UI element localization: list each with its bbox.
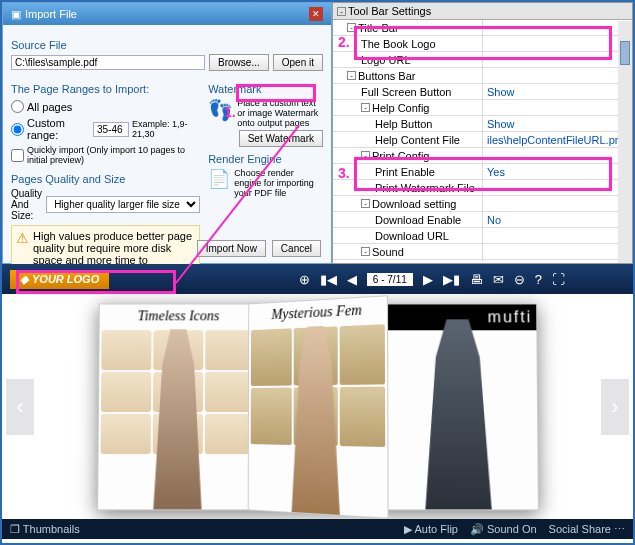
tree-label: Help Button <box>333 116 483 131</box>
tree-row[interactable]: -Title Bar <box>333 20 632 36</box>
set-watermark-button[interactable]: Set Watermark <box>239 130 323 147</box>
close-icon[interactable]: ✕ <box>309 7 323 21</box>
tree-value[interactable] <box>483 36 632 51</box>
tree-row[interactable]: Enable SoundEnable <box>333 260 632 262</box>
tree-value[interactable] <box>483 20 632 35</box>
browse-button[interactable]: Browse... <box>209 54 269 71</box>
tree-label: -Buttons Bar <box>333 68 483 83</box>
tree-value[interactable]: Enable <box>483 260 632 262</box>
file-icon: ▣ <box>11 8 21 21</box>
fullscreen-icon[interactable]: ⛶ <box>552 272 565 287</box>
watermark-label: Watermark <box>208 83 323 95</box>
toggle-icon[interactable]: - <box>361 151 370 160</box>
tree-value[interactable] <box>483 68 632 83</box>
sound-button[interactable]: 🔊 Sound On <box>470 523 537 536</box>
tree-label: Print Watermark File <box>333 180 483 195</box>
flipbook-page-left[interactable]: Timeless Icons <box>97 303 258 510</box>
tree-row[interactable]: Help ButtonShow <box>333 116 632 132</box>
toggle-icon[interactable]: - <box>361 199 370 208</box>
source-file-input[interactable] <box>11 55 205 70</box>
tree-value[interactable] <box>483 148 632 163</box>
quickly-import-checkbox[interactable]: Quickly import (Only import 10 pages to … <box>11 145 200 165</box>
tree-row[interactable]: Print Watermark File <box>333 180 632 196</box>
tree-label: Print Enable <box>333 164 483 179</box>
quality-section-label: Pages Quality and Size <box>11 173 200 185</box>
tree-value[interactable] <box>483 180 632 195</box>
tree-row[interactable]: -Buttons Bar <box>333 68 632 84</box>
page-ranges-label: The Page Ranges to Import: <box>11 83 200 95</box>
tree-row[interactable]: Download EnableNo <box>333 212 632 228</box>
tree-label: The Book Logo <box>333 36 483 51</box>
tree-label: -Download setting <box>333 196 483 211</box>
scrollbar-thumb[interactable] <box>620 41 630 65</box>
render-engine-icon[interactable]: 📄 <box>208 168 230 190</box>
tree-label: Full Screen Button <box>333 84 483 99</box>
tree-header[interactable]: - Tool Bar Settings <box>333 3 632 20</box>
vertical-scrollbar[interactable] <box>618 21 632 263</box>
tree-label: -Help Config <box>333 100 483 115</box>
social-share-button[interactable]: Social Share ⋯ <box>549 523 625 536</box>
toggle-icon[interactable]: - <box>347 71 356 80</box>
tree-row[interactable]: The Book Logo <box>333 36 632 52</box>
help-icon[interactable]: ? <box>535 272 542 287</box>
collapse-icon[interactable]: - <box>337 7 346 16</box>
tree-value[interactable] <box>483 244 632 259</box>
tree-value[interactable] <box>483 52 632 67</box>
import-now-button[interactable]: Import Now <box>197 240 266 257</box>
page-left-button[interactable]: ‹ <box>6 379 34 435</box>
tree-value[interactable]: Show <box>483 84 632 99</box>
print-icon[interactable]: 🖶 <box>470 272 483 287</box>
first-page-icon[interactable]: ▮◀ <box>320 272 337 287</box>
tree-label: Enable Sound <box>333 260 483 262</box>
tree-row[interactable]: Download URL <box>333 228 632 244</box>
tree-row[interactable]: -Sound <box>333 244 632 260</box>
logo-icon: ◆ <box>20 273 28 286</box>
open-it-button[interactable]: Open it <box>273 54 323 71</box>
tree-label: Download Enable <box>333 212 483 227</box>
all-pages-radio[interactable]: All pages <box>11 100 72 113</box>
tree-row[interactable]: Logo URL <box>333 52 632 68</box>
toggle-icon[interactable]: - <box>347 23 356 32</box>
import-file-dialog: ▣ Import File ✕ Source File Browse... Op… <box>2 2 332 264</box>
model-image <box>402 319 513 509</box>
tree-row[interactable]: -Help Config <box>333 100 632 116</box>
toggle-icon[interactable]: - <box>361 247 370 256</box>
tree-row[interactable]: Print EnableYes <box>333 164 632 180</box>
auto-flip-button[interactable]: ▶ Auto Flip <box>404 523 458 536</box>
viewer-toolbar: ◆ YOUR LOGO ⊕ ▮◀ ◀ 6 - 7/11 ▶ ▶▮ 🖶 ✉ ⊖ ?… <box>2 264 633 294</box>
tree-value[interactable]: Yes <box>483 164 632 179</box>
tree-row[interactable]: -Print Config <box>333 148 632 164</box>
toggle-icon[interactable]: - <box>361 103 370 112</box>
thumbnails-button[interactable]: ❐ Thumbnails <box>10 523 80 536</box>
zoom-in-icon[interactable]: ⊕ <box>299 272 310 287</box>
page-indicator[interactable]: 6 - 7/11 <box>367 273 413 286</box>
zoom-out-icon[interactable]: ⊖ <box>514 272 525 287</box>
tree-value[interactable]: Show <box>483 116 632 131</box>
viewer-bottombar: ❐ Thumbnails ▶ Auto Flip 🔊 Sound On Soci… <box>2 519 633 539</box>
tree-row[interactable]: -Download setting <box>333 196 632 212</box>
tree-value[interactable]: iles\helpContentFileURL.png ··· <box>483 132 632 147</box>
tree-label: Download URL <box>333 228 483 243</box>
page-right-button[interactable]: › <box>601 379 629 435</box>
next-page-icon[interactable]: ▶ <box>423 272 433 287</box>
book-logo[interactable]: ◆ YOUR LOGO <box>10 270 109 289</box>
email-icon[interactable]: ✉ <box>493 272 504 287</box>
tree-row[interactable]: Full Screen ButtonShow <box>333 84 632 100</box>
tree-row[interactable]: Help Content Fileiles\helpContentFileURL… <box>333 132 632 148</box>
tree-label: -Print Config <box>333 148 483 163</box>
flipbook-page-right[interactable]: mufti <box>377 303 538 510</box>
quality-select[interactable]: Higher quality larger file size <box>46 196 200 213</box>
range-input[interactable] <box>93 122 129 137</box>
prev-page-icon[interactable]: ◀ <box>347 272 357 287</box>
tree-label: Help Content File <box>333 132 483 147</box>
last-page-icon[interactable]: ▶▮ <box>443 272 460 287</box>
tree-value[interactable] <box>483 228 632 243</box>
custom-range-radio[interactable]: Custom range: Example: 1,9-21,30 <box>11 117 200 141</box>
source-file-label: Source File <box>11 39 323 51</box>
dialog-titlebar[interactable]: ▣ Import File ✕ <box>3 3 331 25</box>
tree-value[interactable] <box>483 196 632 211</box>
flipbook-page-turning[interactable]: Mysterious Fem <box>247 295 388 519</box>
tree-value[interactable]: No <box>483 212 632 227</box>
tree-value[interactable] <box>483 100 632 115</box>
cancel-button[interactable]: Cancel <box>272 240 321 257</box>
